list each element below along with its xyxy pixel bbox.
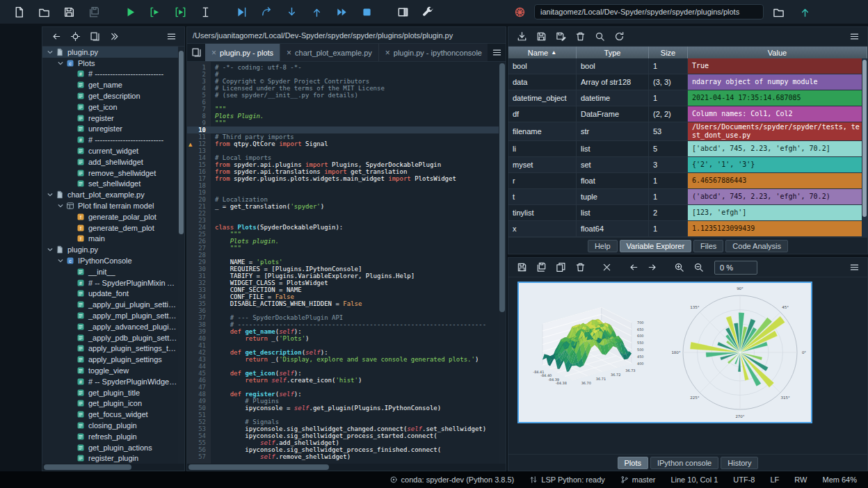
right-bottom-tab[interactable]: IPython console xyxy=(650,457,718,469)
save-all-plots-button[interactable] xyxy=(532,259,550,276)
step-over-button[interactable] xyxy=(255,2,278,22)
outline-item[interactable]: plugin.py xyxy=(42,244,184,255)
save-data-as-button[interactable] xyxy=(552,29,570,45)
outline-item[interactable]: get_description xyxy=(42,90,184,101)
eol-status[interactable]: LF xyxy=(770,475,779,484)
save-file-button[interactable] xyxy=(57,2,81,22)
code-area[interactable]: # -*- coding: utf-8 -*-## Copyright © Sp… xyxy=(211,62,499,464)
zoom-level[interactable]: 0 % xyxy=(714,261,757,275)
variable-row[interactable]: tinylistlist2[123, 'efgh'] xyxy=(508,205,867,221)
right-top-tab[interactable]: Variable Explorer xyxy=(620,240,692,252)
variable-row[interactable]: dfDataFrame(2, 2)Column names: Col1, Col… xyxy=(508,106,867,122)
plots-options-button[interactable] xyxy=(845,259,863,276)
variable-row[interactable]: xfloat6411.1235123099439 xyxy=(508,221,867,237)
column-header-type[interactable]: Type xyxy=(577,47,649,58)
previous-plot-button[interactable] xyxy=(624,259,642,276)
browse-tabs-button[interactable] xyxy=(187,44,205,61)
outline-item[interactable]: _apply_pdb_plugin_setting xyxy=(42,332,184,343)
outline-item[interactable]: closing_plugin xyxy=(42,420,184,431)
outline-item[interactable]: toggle_view xyxy=(42,365,184,376)
git-branch-status[interactable]: master xyxy=(620,475,656,484)
outline-item[interactable]: _apply_advanced_plugin_s... xyxy=(42,321,184,332)
run-cell-button[interactable] xyxy=(143,2,167,22)
outline-item[interactable]: __init__ xyxy=(42,266,184,277)
zoom-out-button[interactable] xyxy=(689,259,707,276)
show-fullpath-button[interactable] xyxy=(66,29,84,45)
remove-all-plots-button[interactable] xyxy=(597,259,616,276)
chevron-down-icon[interactable] xyxy=(47,191,56,198)
outline-item[interactable]: fgenerate_dem_plot xyxy=(42,222,184,234)
outline-item[interactable]: refresh_plugin xyxy=(42,431,184,442)
encoding-status[interactable]: UTF-8 xyxy=(733,475,755,484)
outline-item[interactable]: fmain xyxy=(42,234,184,245)
chevron-down-icon[interactable] xyxy=(47,49,56,56)
maximize-pane-button[interactable] xyxy=(391,2,415,22)
search-variable-button[interactable] xyxy=(590,29,609,45)
cursor-status[interactable]: Line 10, Col 1 xyxy=(670,475,718,484)
save-all-button[interactable] xyxy=(82,2,106,22)
variable-row[interactable]: datetime_objectdatetime12021-04-14 17:35… xyxy=(508,90,867,106)
chevron-down-icon[interactable] xyxy=(47,246,56,253)
editor-options-button[interactable] xyxy=(488,44,506,61)
outline-item[interactable]: set_shellwidget xyxy=(42,179,184,190)
right-bottom-tab[interactable]: Plots xyxy=(618,457,648,469)
outline-item[interactable]: remove_shellwidget xyxy=(42,168,184,179)
variable-row[interactable]: lilist5['abcd', 745, 2.23, 'efgh', 70.2] xyxy=(508,141,867,157)
right-top-tab[interactable]: Code Analysis xyxy=(725,240,788,252)
run-selection-button[interactable] xyxy=(193,2,217,22)
variable-row[interactable]: mysetset3{'2', '1', '3'} xyxy=(508,157,867,173)
zoom-in-button[interactable] xyxy=(670,259,688,276)
remove-plot-button[interactable] xyxy=(571,259,589,276)
outline-item[interactable]: ## -- SpyderPluginMixin API - xyxy=(42,277,184,288)
outline-item[interactable]: current_widget xyxy=(42,145,184,156)
outline-item[interactable]: ## -- SpyderPluginWidget AP... xyxy=(42,376,184,387)
permissions-status[interactable]: RW xyxy=(794,475,807,484)
conda-env-status[interactable]: conda: spyder-dev (Python 3.8.5) xyxy=(389,475,515,484)
editor-tab[interactable]: ×chart_plot_example.py xyxy=(280,44,379,61)
close-tab-icon[interactable]: × xyxy=(211,49,216,57)
outline-item[interactable]: get_plugin_actions xyxy=(42,442,184,453)
outline-item[interactable]: register_plugin xyxy=(42,453,184,464)
close-tab-icon[interactable]: × xyxy=(385,49,390,57)
step-into-button[interactable] xyxy=(280,2,303,22)
follow-cursor-button[interactable] xyxy=(105,29,123,45)
outline-item[interactable]: add_shellwidget xyxy=(42,156,184,168)
column-header-value[interactable]: Value xyxy=(688,47,867,58)
code-editor[interactable]: 123456789101112▲131415161718192021222324… xyxy=(187,62,506,464)
right-top-tab[interactable]: Help xyxy=(588,240,618,252)
outline-vertical-scrollbar[interactable] xyxy=(178,47,184,464)
column-header-name[interactable]: Name ▲ xyxy=(508,47,577,58)
lsp-status[interactable]: LSP Python: ready xyxy=(529,475,605,484)
editor-tab[interactable]: ×plugin.py - ipythonconsole xyxy=(379,44,488,61)
step-return-button[interactable] xyxy=(305,2,328,22)
outline-item[interactable]: fgenerate_polar_plot xyxy=(42,211,184,222)
copy-plot-button[interactable] xyxy=(552,259,570,276)
new-file-button[interactable] xyxy=(7,2,31,22)
outline-item[interactable]: Plot final terrain model xyxy=(42,200,184,211)
variable-row[interactable]: boolbool1True xyxy=(508,58,867,74)
editor-tab[interactable]: ×plugin.py - plots xyxy=(205,44,280,61)
outline-item[interactable]: register xyxy=(42,113,184,124)
outline-item[interactable]: get_plugin_icon xyxy=(42,398,184,409)
right-top-tab[interactable]: Files xyxy=(693,240,723,252)
chevron-down-icon[interactable] xyxy=(57,202,66,209)
outline-item[interactable]: get_focus_widget xyxy=(42,409,184,420)
memory-status[interactable]: Mem 64% xyxy=(822,475,857,484)
remove-variable-button[interactable] xyxy=(571,29,589,45)
variable-row[interactable]: ttuple1('abcd', 745, 2.23, 'efgh', 70.2) xyxy=(508,189,867,205)
variable-row[interactable]: rfloat16.46567886443 xyxy=(508,173,867,189)
close-tab-icon[interactable]: × xyxy=(287,49,291,57)
show-all-files-button[interactable] xyxy=(86,29,104,45)
outline-item[interactable]: chart_plot_example.py xyxy=(42,189,184,200)
outline-item[interactable]: plugin.py xyxy=(42,47,184,58)
preferences-button[interactable] xyxy=(416,2,440,22)
outline-options-button[interactable] xyxy=(162,29,180,45)
browse-directory-button[interactable] xyxy=(766,2,790,22)
save-data-button[interactable] xyxy=(532,29,550,45)
outline-item[interactable]: cPlots xyxy=(42,58,184,69)
go-to-cursor-button[interactable] xyxy=(47,29,65,45)
refresh-variables-button[interactable] xyxy=(610,29,628,45)
variable-row[interactable]: filenamestr53/Users/Documents/spyder/spy… xyxy=(508,122,867,141)
outline-horizontal-scrollbar[interactable] xyxy=(42,464,184,471)
next-plot-button[interactable] xyxy=(643,259,661,276)
